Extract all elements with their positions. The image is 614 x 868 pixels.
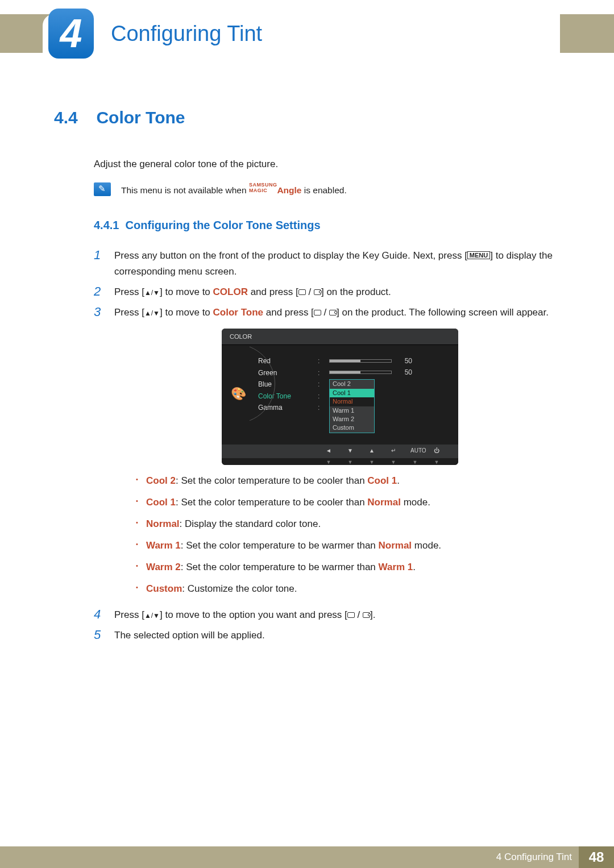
rect-icon bbox=[298, 289, 306, 295]
rect-enter-icon bbox=[363, 612, 370, 618]
step-number: 5 bbox=[94, 628, 104, 643]
page-content: 4.4 Color Tone Adjust the general color … bbox=[54, 108, 566, 648]
bullet-warm1: Warm 1: Set the color temperature to be … bbox=[136, 538, 566, 554]
osd-nav-arrows: ▼ ▼ ▼ ▼ ▼ ▼ bbox=[222, 458, 458, 465]
section-number: 4.4 bbox=[54, 108, 94, 127]
osd-screenshot: COLOR 🎨 Red Green Blue Color Tone Gamma bbox=[222, 329, 458, 464]
bullet-warm2: Warm 2: Set the color temperature to be … bbox=[136, 559, 566, 575]
up-down-icon: ▲/▼ bbox=[144, 309, 160, 317]
step-number: 2 bbox=[94, 284, 104, 300]
step-number: 3 bbox=[94, 305, 104, 603]
rect-icon bbox=[347, 612, 355, 618]
bullet-cool1: Cool 1: Set the color temperature to be … bbox=[136, 495, 566, 510]
subsection-heading: 4.4.1 Configuring the Color Tone Setting… bbox=[94, 219, 566, 232]
osd-icon-column: 🎨 bbox=[230, 355, 252, 433]
chapter-title: Configuring Tint bbox=[111, 22, 262, 46]
osd-colons: ::::: bbox=[318, 355, 323, 433]
up-down-icon: ▲/▼ bbox=[144, 289, 160, 297]
step-body: Press [▲/▼] to move to COLOR and press [… bbox=[114, 284, 566, 300]
step-5: 5 The selected option will be applied. bbox=[94, 628, 566, 643]
step-4: 4 Press [▲/▼] to move to the option you … bbox=[94, 607, 566, 623]
tone-option-selected: Normal bbox=[330, 397, 374, 406]
tone-option: Warm 1 bbox=[330, 406, 374, 415]
page-footer: 4 Configuring Tint 48 bbox=[0, 846, 614, 868]
osd-values: 50 50 Cool 2 Cool 1 Normal bbox=[329, 355, 450, 433]
nav-power-icon: ⏻ bbox=[432, 446, 441, 456]
section-title: Color Tone bbox=[96, 108, 185, 127]
osd-slider-red: 50 bbox=[329, 355, 450, 367]
step-body: Press [▲/▼] to move to the option you wa… bbox=[114, 607, 566, 623]
chevron-down-icon: ▼ bbox=[389, 458, 398, 465]
nav-up-icon: ▲ bbox=[367, 446, 376, 456]
chapter-badge: 4 bbox=[48, 9, 94, 59]
menu-key-icon: MENU bbox=[467, 251, 490, 259]
steps-list: 1 Press any button on the front of the p… bbox=[94, 248, 566, 643]
osd-title: COLOR bbox=[222, 329, 458, 345]
nav-auto-label: AUTO bbox=[410, 446, 420, 456]
step-body: The selected option will be applied. bbox=[114, 628, 566, 643]
rect-icon bbox=[314, 310, 321, 315]
step-number: 4 bbox=[94, 607, 104, 623]
tone-option: Cool 2 bbox=[330, 380, 374, 388]
tone-option: Custom bbox=[330, 423, 374, 432]
tone-option-highlight: Cool 1 bbox=[330, 389, 374, 397]
magic-angle-label: Angle bbox=[277, 185, 301, 195]
step-number: 1 bbox=[94, 248, 104, 280]
footer-label: 4 Configuring Tint bbox=[496, 852, 572, 863]
nav-left-icon: ◄ bbox=[324, 446, 333, 456]
osd-nav-bar: ◄ ▼ ▲ ↵ AUTO ⏻ bbox=[222, 445, 458, 458]
osd-body: 🎨 Red Green Blue Color Tone Gamma ::::: bbox=[222, 345, 458, 444]
osd-slider-green: 50 bbox=[329, 367, 450, 378]
chapter-number: 4 bbox=[60, 11, 82, 56]
footer-page-number: 48 bbox=[579, 846, 614, 868]
step-3: 3 Press [▲/▼] to move to Color Tone and … bbox=[94, 305, 566, 603]
section-heading: 4.4 Color Tone bbox=[54, 108, 566, 127]
tone-descriptions: Cool 2: Set the color temperature to be … bbox=[136, 473, 566, 597]
osd-tone-dropdown: Cool 2 Cool 1 Normal Warm 1 Warm 2 Custo… bbox=[329, 379, 450, 433]
step-body: Press any button on the front of the pro… bbox=[114, 248, 566, 280]
step-2: 2 Press [▲/▼] to move to COLOR and press… bbox=[94, 284, 566, 300]
tone-option: Warm 2 bbox=[330, 415, 374, 423]
samsung-magic-label: SAMSUNGMAGIC bbox=[249, 182, 277, 193]
rect-enter-icon bbox=[329, 310, 337, 315]
bullet-custom: Custom: Customize the color tone. bbox=[136, 581, 566, 597]
rect-enter-icon bbox=[314, 289, 321, 295]
step-body: Press [▲/▼] to move to Color Tone and pr… bbox=[114, 305, 566, 603]
bullet-normal: Normal: Display the standard color tone. bbox=[136, 516, 566, 532]
keyword-color: COLOR bbox=[213, 286, 248, 297]
section-description: Adjust the general color tone of the pic… bbox=[94, 159, 566, 170]
note-row: This menu is not available when SAMSUNGM… bbox=[94, 182, 566, 196]
chevron-down-icon: ▼ bbox=[324, 458, 333, 465]
note-icon bbox=[94, 182, 111, 196]
bullet-cool2: Cool 2: Set the color temperature to be … bbox=[136, 473, 566, 489]
step-1: 1 Press any button on the front of the p… bbox=[94, 248, 566, 280]
nav-down-icon: ▼ bbox=[346, 446, 355, 456]
chevron-down-icon: ▼ bbox=[410, 458, 420, 465]
chevron-down-icon: ▼ bbox=[346, 458, 355, 465]
note-text: This menu is not available when SAMSUNGM… bbox=[121, 183, 347, 196]
chevron-down-icon: ▼ bbox=[432, 458, 441, 465]
up-down-icon: ▲/▼ bbox=[144, 612, 160, 620]
nav-enter-icon: ↵ bbox=[389, 446, 398, 456]
chevron-down-icon: ▼ bbox=[367, 458, 376, 465]
palette-icon: 🎨 bbox=[231, 384, 246, 404]
keyword-colortone: Color Tone bbox=[213, 307, 263, 318]
